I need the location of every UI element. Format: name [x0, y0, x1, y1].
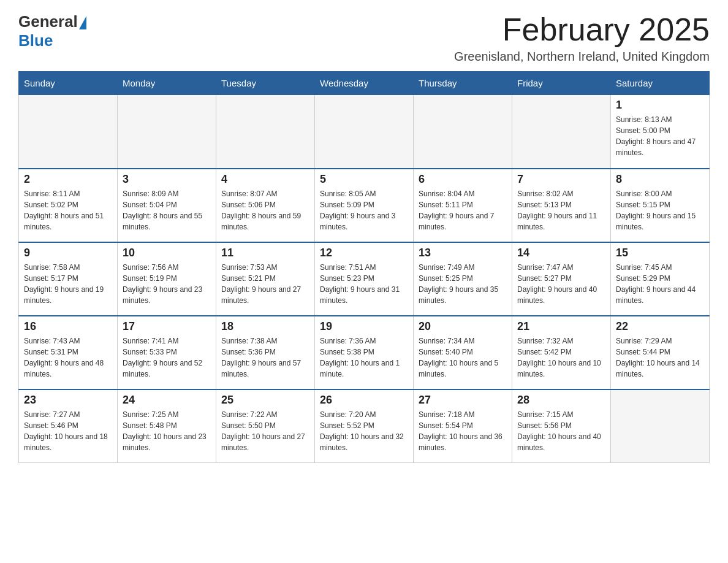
day-number: 15: [616, 247, 704, 259]
logo-triangle-icon: [79, 16, 86, 29]
calendar-day-cell: 12Sunrise: 7:51 AMSunset: 5:23 PMDayligh…: [315, 242, 414, 316]
calendar-day-cell: [19, 95, 118, 169]
calendar-day-cell: [512, 95, 611, 169]
calendar-week-row: 16Sunrise: 7:43 AMSunset: 5:31 PMDayligh…: [19, 316, 710, 389]
day-number: 1: [616, 99, 704, 112]
day-of-week-header: Wednesday: [315, 72, 414, 95]
day-of-week-header: Sunday: [19, 72, 118, 95]
calendar-day-cell: [414, 95, 512, 169]
day-info: Sunrise: 8:07 AMSunset: 5:06 PMDaylight:…: [221, 188, 309, 232]
day-info: Sunrise: 7:27 AMSunset: 5:46 PMDaylight:…: [24, 409, 112, 453]
day-number: 7: [517, 173, 605, 186]
day-info: Sunrise: 7:29 AMSunset: 5:44 PMDaylight:…: [616, 335, 704, 380]
calendar-day-cell: 13Sunrise: 7:49 AMSunset: 5:25 PMDayligh…: [414, 242, 512, 316]
calendar-day-cell: 28Sunrise: 7:15 AMSunset: 5:56 PMDayligh…: [512, 389, 611, 463]
calendar-day-cell: 19Sunrise: 7:36 AMSunset: 5:38 PMDayligh…: [315, 316, 414, 389]
day-info: Sunrise: 7:47 AMSunset: 5:27 PMDaylight:…: [517, 262, 605, 306]
day-info: Sunrise: 7:51 AMSunset: 5:23 PMDaylight:…: [320, 262, 408, 306]
calendar-day-cell: 10Sunrise: 7:56 AMSunset: 5:19 PMDayligh…: [118, 242, 216, 316]
day-of-week-header: Thursday: [414, 72, 512, 95]
day-info: Sunrise: 7:49 AMSunset: 5:25 PMDaylight:…: [419, 262, 507, 306]
day-number: 27: [419, 394, 507, 407]
calendar-day-cell: 6Sunrise: 8:04 AMSunset: 5:11 PMDaylight…: [414, 169, 512, 242]
calendar-day-cell: [118, 95, 216, 169]
calendar-day-cell: [216, 95, 315, 169]
day-info: Sunrise: 7:43 AMSunset: 5:31 PMDaylight:…: [24, 335, 112, 380]
day-number: 28: [517, 394, 605, 407]
calendar-day-cell: 1Sunrise: 8:13 AMSunset: 5:00 PMDaylight…: [611, 95, 710, 169]
day-info: Sunrise: 7:34 AMSunset: 5:40 PMDaylight:…: [419, 335, 507, 380]
calendar-day-cell: 22Sunrise: 7:29 AMSunset: 5:44 PMDayligh…: [611, 316, 710, 389]
calendar-day-cell: 21Sunrise: 7:32 AMSunset: 5:42 PMDayligh…: [512, 316, 611, 389]
day-info: Sunrise: 7:41 AMSunset: 5:33 PMDaylight:…: [123, 335, 211, 380]
page-header: General Blue February 2025 Greenisland, …: [18, 12, 710, 64]
day-number: 14: [517, 247, 605, 259]
calendar-day-cell: 14Sunrise: 7:47 AMSunset: 5:27 PMDayligh…: [512, 242, 611, 316]
day-info: Sunrise: 8:04 AMSunset: 5:11 PMDaylight:…: [419, 188, 507, 232]
day-number: 19: [320, 320, 408, 333]
calendar-day-cell: 2Sunrise: 8:11 AMSunset: 5:02 PMDaylight…: [19, 169, 118, 242]
day-number: 24: [123, 394, 211, 407]
calendar-day-cell: 20Sunrise: 7:34 AMSunset: 5:40 PMDayligh…: [414, 316, 512, 389]
calendar-day-cell: 3Sunrise: 8:09 AMSunset: 5:04 PMDaylight…: [118, 169, 216, 242]
day-number: 22: [616, 320, 704, 333]
logo-blue-text: Blue: [18, 31, 53, 50]
calendar-day-cell: 4Sunrise: 8:07 AMSunset: 5:06 PMDaylight…: [216, 169, 315, 242]
day-number: 18: [221, 320, 309, 333]
day-number: 23: [24, 394, 112, 407]
day-number: 8: [616, 173, 704, 186]
day-info: Sunrise: 7:15 AMSunset: 5:56 PMDaylight:…: [517, 409, 605, 453]
calendar-day-cell: 11Sunrise: 7:53 AMSunset: 5:21 PMDayligh…: [216, 242, 315, 316]
calendar-day-cell: 5Sunrise: 8:05 AMSunset: 5:09 PMDaylight…: [315, 169, 414, 242]
day-info: Sunrise: 7:32 AMSunset: 5:42 PMDaylight:…: [517, 335, 605, 380]
day-info: Sunrise: 8:05 AMSunset: 5:09 PMDaylight:…: [320, 188, 408, 232]
calendar-day-cell: 23Sunrise: 7:27 AMSunset: 5:46 PMDayligh…: [19, 389, 118, 463]
day-number: 10: [123, 247, 211, 259]
calendar-day-cell: 17Sunrise: 7:41 AMSunset: 5:33 PMDayligh…: [118, 316, 216, 389]
month-title: February 2025: [454, 12, 710, 47]
calendar-week-row: 23Sunrise: 7:27 AMSunset: 5:46 PMDayligh…: [19, 389, 710, 463]
calendar-day-cell: 8Sunrise: 8:00 AMSunset: 5:15 PMDaylight…: [611, 169, 710, 242]
day-number: 5: [320, 173, 408, 186]
calendar-table: SundayMondayTuesdayWednesdayThursdayFrid…: [18, 71, 710, 463]
day-info: Sunrise: 7:22 AMSunset: 5:50 PMDaylight:…: [221, 409, 309, 453]
title-section: February 2025 Greenisland, Northern Irel…: [454, 12, 710, 64]
calendar-day-cell: 18Sunrise: 7:38 AMSunset: 5:36 PMDayligh…: [216, 316, 315, 389]
day-info: Sunrise: 7:20 AMSunset: 5:52 PMDaylight:…: [320, 409, 408, 453]
day-info: Sunrise: 8:09 AMSunset: 5:04 PMDaylight:…: [123, 188, 211, 232]
day-info: Sunrise: 8:13 AMSunset: 5:00 PMDaylight:…: [616, 114, 704, 158]
logo: General Blue: [18, 12, 86, 50]
day-number: 17: [123, 320, 211, 333]
day-info: Sunrise: 7:18 AMSunset: 5:54 PMDaylight:…: [419, 409, 507, 453]
day-info: Sunrise: 7:58 AMSunset: 5:17 PMDaylight:…: [24, 262, 112, 306]
calendar-day-cell: [315, 95, 414, 169]
day-number: 2: [24, 173, 112, 186]
day-number: 3: [123, 173, 211, 186]
day-of-week-header: Monday: [118, 72, 216, 95]
calendar-week-row: 1Sunrise: 8:13 AMSunset: 5:00 PMDaylight…: [19, 95, 710, 169]
day-info: Sunrise: 8:00 AMSunset: 5:15 PMDaylight:…: [616, 188, 704, 232]
day-number: 4: [221, 173, 309, 186]
day-info: Sunrise: 7:25 AMSunset: 5:48 PMDaylight:…: [123, 409, 211, 453]
day-number: 6: [419, 173, 507, 186]
calendar-header-row: SundayMondayTuesdayWednesdayThursdayFrid…: [19, 72, 710, 95]
calendar-day-cell: 26Sunrise: 7:20 AMSunset: 5:52 PMDayligh…: [315, 389, 414, 463]
day-info: Sunrise: 7:38 AMSunset: 5:36 PMDaylight:…: [221, 335, 309, 380]
day-number: 13: [419, 247, 507, 259]
day-number: 9: [24, 247, 112, 259]
day-of-week-header: Friday: [512, 72, 611, 95]
calendar-week-row: 2Sunrise: 8:11 AMSunset: 5:02 PMDaylight…: [19, 169, 710, 242]
day-number: 21: [517, 320, 605, 333]
calendar-day-cell: 7Sunrise: 8:02 AMSunset: 5:13 PMDaylight…: [512, 169, 611, 242]
calendar-week-row: 9Sunrise: 7:58 AMSunset: 5:17 PMDaylight…: [19, 242, 710, 316]
logo-general-text: General: [18, 12, 78, 31]
day-info: Sunrise: 8:02 AMSunset: 5:13 PMDaylight:…: [517, 188, 605, 232]
calendar-day-cell: [611, 389, 710, 463]
calendar-day-cell: 16Sunrise: 7:43 AMSunset: 5:31 PMDayligh…: [19, 316, 118, 389]
calendar-day-cell: 9Sunrise: 7:58 AMSunset: 5:17 PMDaylight…: [19, 242, 118, 316]
day-number: 26: [320, 394, 408, 407]
calendar-day-cell: 24Sunrise: 7:25 AMSunset: 5:48 PMDayligh…: [118, 389, 216, 463]
day-number: 25: [221, 394, 309, 407]
day-number: 16: [24, 320, 112, 333]
day-of-week-header: Tuesday: [216, 72, 315, 95]
